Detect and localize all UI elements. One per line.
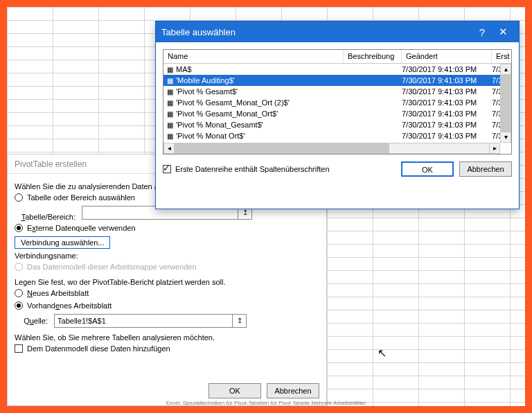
table-row[interactable]: ▦ MA$ 7/30/2017 9:41:03 PM 7/30 [163,64,511,75]
col-modified-header[interactable]: Geändert [402,50,492,63]
scroll-left-icon[interactable]: ◂ [163,143,175,154]
scroll-up-icon[interactable]: ▴ [500,64,511,75]
table-row[interactable]: ▦ 'Pivot % Gesamt_Monat_Ort$' 7/30/2017 … [163,108,511,119]
checkbox-add-to-data-model-label: Dem Datenmodell diese Daten hinzufügen [27,344,170,353]
scroll-down-icon[interactable]: ▾ [500,132,511,143]
checkbox-first-row-headers[interactable]: Erste Datenreihe enthält Spaltenüberschr… [163,165,330,173]
scroll-right-icon[interactable]: ▸ [489,143,500,154]
help-icon[interactable]: ? [472,26,493,38]
table-icon: ▦ [163,110,176,118]
table-row[interactable]: ▦ 'Pivot % Monat Ort$' 7/30/2017 9:41:03… [163,130,511,141]
table-icon: ▦ [163,121,176,129]
checkbox-first-row-headers-label: Erste Datenreihe enthält Spaltenüberschr… [175,165,330,173]
image-caption: Excel: Spezialtechniken für Pivot-Tabell… [7,400,525,406]
connection-name-label: Verbindungsname: [15,252,78,260]
select-table-title: Tabelle auswählen [161,27,236,37]
table-row[interactable]: ▦ 'Pivot % Monat_Gesamt$' 7/30/2017 9:41… [163,119,511,130]
select-cancel-button[interactable]: Abbrechen [459,161,512,177]
table-range-field-label: Tabelle/Bereich: [15,213,76,221]
select-table-titlebar[interactable]: Tabelle auswählen ? ✕ [156,21,519,42]
table-row[interactable]: ▦ 'Pivot % Gesamt_Monat_Ort (2)$' 7/30/2… [163,97,511,108]
col-created-header[interactable]: Erst [492,50,508,63]
radio-existing-sheet[interactable]: Vorhandenes Arbeitsblatt [15,301,112,310]
col-name-header[interactable]: Name [163,50,344,63]
pivot-cancel-button[interactable]: Abbrechen [267,383,319,398]
table-row[interactable]: ▦ 'Pivot % Gesamt$' 7/30/2017 9:41:03 PM… [163,86,511,97]
table-icon: ▦ [163,77,176,85]
radio-use-data-model: Das Datenmodell dieser Arbeitsmappe verw… [15,263,197,271]
table-list[interactable]: Name Beschreibung Geändert Erst ▦ MA$ 7/… [163,49,512,155]
placement-heading: Legen Sie fest, wo der PivotTable-Berich… [15,278,319,286]
col-desc-header[interactable]: Beschreibung [344,50,402,63]
select-table-dialog: Tabelle auswählen ? ✕ Name Beschreibung … [155,21,520,209]
radio-new-sheet[interactable]: Neues Arbeitsblatt [15,289,89,297]
horizontal-scrollbar[interactable]: ◂ ▸ [163,143,500,154]
table-icon: ▦ [163,66,176,73]
choose-connection-button[interactable]: Verbindung auswählen... [15,236,110,249]
checkbox-add-to-data-model[interactable]: Dem Datenmodell diese Daten hinzufügen [15,344,170,353]
table-row[interactable]: ▦ 'Mobile Auditing$' 7/30/2017 9:41:03 P… [163,75,511,86]
radio-select-table-range-label: Tabelle oder Bereich auswählen [27,193,135,202]
horizontal-scrollbar-thumb[interactable] [175,143,389,153]
radio-select-table-range[interactable]: Tabelle oder Bereich auswählen [15,193,135,202]
radio-existing-sheet-label: Vorhandenes Arbeitsblatt [27,301,112,310]
radio-new-sheet-label: Neues Arbeitsblatt [27,289,89,297]
table-list-header[interactable]: Name Beschreibung Geändert Erst [163,50,511,64]
table-icon: ▦ [163,99,176,107]
source-location-input[interactable]: Tabelle1!$A$1 [54,314,233,328]
close-icon[interactable]: ✕ [493,26,513,38]
radio-use-data-model-label: Das Datenmodell dieser Arbeitsmappe verw… [27,263,197,271]
pivot-ok-button[interactable]: OK [209,383,261,398]
radio-external-datasource[interactable]: Externe Datenquelle verwenden [15,224,136,232]
table-icon: ▦ [163,132,176,140]
vertical-scrollbar-thumb[interactable] [501,75,511,132]
multiple-tables-heading: Wählen Sie, ob Sie mehrere Tabellen anal… [15,333,319,342]
radio-external-datasource-label: Externe Datenquelle verwenden [27,224,136,232]
select-ok-button[interactable]: OK [401,161,454,177]
vertical-scrollbar[interactable]: ▴ ▾ [500,64,511,143]
source-field-label: Quelle: [15,317,48,325]
source-picker-icon[interactable]: ↥ [233,314,247,328]
table-icon: ▦ [163,88,176,96]
